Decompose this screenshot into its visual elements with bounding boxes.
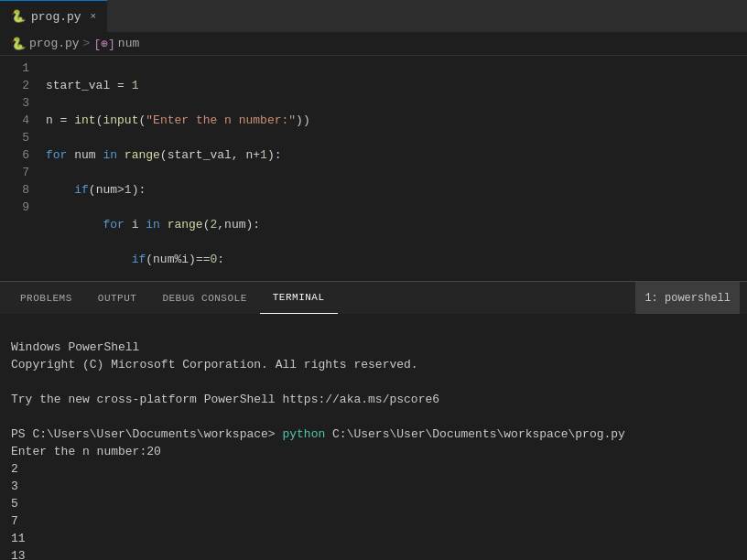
tab-terminal-label: TERMINAL	[273, 292, 325, 303]
breadcrumb-symbol-icon: [⊕]	[93, 37, 114, 51]
breadcrumb-sep1: >	[83, 37, 91, 50]
terminal-prompt-line: PS C:\Users\User\Documents\workspace> py…	[11, 427, 625, 441]
line-num: 3	[0, 94, 29, 112]
terminal-line	[11, 410, 18, 424]
line-num: 2	[0, 77, 29, 94]
tab-bar: 🐍 prog.py ×	[0, 0, 747, 32]
tab-debug-label: DEBUG CONSOLE	[162, 293, 246, 304]
terminal-output-13: 13	[11, 549, 26, 560]
line-num: 6	[0, 146, 29, 164]
line-num: 5	[0, 129, 29, 146]
tab-output[interactable]: OUTPUT	[85, 282, 150, 314]
breadcrumb: 🐍 prog.py > [⊕] num	[0, 32, 747, 56]
code-editor: 1 2 3 4 5 6 7 8 9 start_val = 1 n = int(…	[0, 56, 747, 281]
terminal-line	[11, 375, 18, 389]
python-icon: 🐍	[11, 9, 26, 24]
terminal-line: Enter the n number:20	[11, 445, 161, 458]
tab-problems[interactable]: PROBLEMS	[7, 282, 85, 314]
terminal-output-5: 5	[11, 497, 18, 511]
terminal-output-3: 3	[11, 479, 18, 493]
line-num: 4	[0, 112, 29, 129]
editor-content: 1 2 3 4 5 6 7 8 9 start_val = 1 n = int(…	[0, 56, 747, 281]
breadcrumb-symbol: num	[118, 37, 139, 50]
terminal-line-copyright: Copyright (C) Microsoft Corporation. All…	[11, 358, 418, 372]
line-num: 9	[0, 199, 29, 216]
terminal-line: Try the new cross-platform PowerShell ht…	[11, 393, 439, 406]
line-numbers: 1 2 3 4 5 6 7 8 9	[0, 56, 38, 281]
terminal-output-11: 11	[11, 532, 26, 545]
tab-debug-console[interactable]: DEBUG CONSOLE	[149, 282, 259, 314]
code-line-4: if(num>1):	[46, 181, 747, 199]
bottom-panel: PROBLEMS OUTPUT DEBUG CONSOLE TERMINAL 1…	[0, 281, 747, 560]
terminal-output[interactable]: Windows PowerShell Copyright (C) Microso…	[0, 314, 747, 560]
breadcrumb-file-icon: 🐍	[11, 37, 26, 51]
code-content[interactable]: start_val = 1 n = int(input("Enter the n…	[38, 56, 747, 281]
terminal-output-2: 2	[11, 462, 18, 476]
code-line-2: n = int(input("Enter the n number:"))	[46, 112, 747, 129]
code-line-6: if(num%i)==0:	[46, 251, 747, 268]
tab-close-button[interactable]: ×	[91, 11, 97, 22]
code-line-3: for num in range(start_val, n+1):	[46, 146, 747, 164]
line-num: 7	[0, 164, 29, 181]
breadcrumb-file[interactable]: prog.py	[29, 37, 80, 50]
tab-terminal[interactable]: TERMINAL	[260, 282, 338, 314]
tab-prog-py[interactable]: 🐍 prog.py ×	[0, 0, 107, 32]
tab-problems-label: PROBLEMS	[20, 293, 72, 304]
line-num: 1	[0, 59, 29, 77]
terminal-output-7: 7	[11, 514, 18, 528]
code-line-5: for i in range(2,num):	[46, 216, 747, 233]
code-line-1: start_val = 1	[46, 77, 747, 94]
terminal-instance-text: 1: powershell	[644, 292, 731, 305]
tab-label: prog.py	[31, 10, 81, 24]
panel-tab-bar: PROBLEMS OUTPUT DEBUG CONSOLE TERMINAL 1…	[0, 282, 747, 314]
tab-output-label: OUTPUT	[98, 293, 137, 304]
line-num: 8	[0, 181, 29, 199]
terminal-line: Windows PowerShell	[11, 340, 139, 354]
terminal-instance-label[interactable]: 1: powershell	[635, 282, 740, 314]
